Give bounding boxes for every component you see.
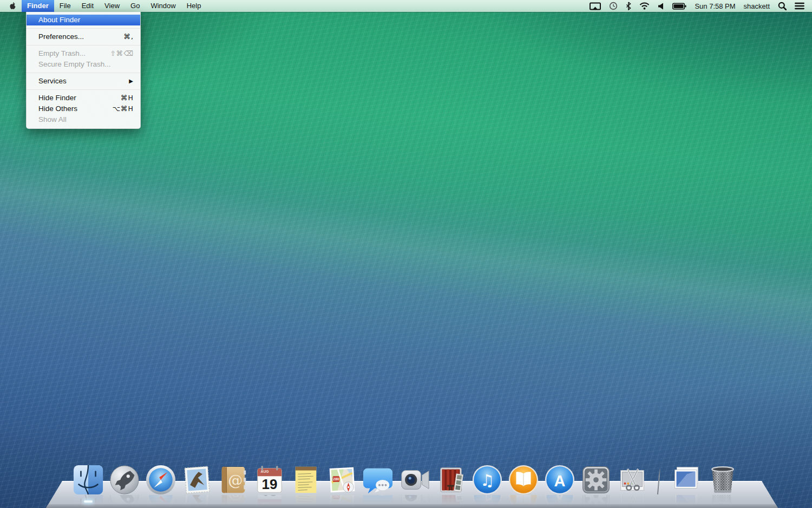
dock-finder-app[interactable]	[73, 464, 104, 496]
dock-ibooks-app[interactable]	[508, 464, 539, 496]
menu-item-label: Show All	[38, 114, 67, 125]
dock-calendar-app[interactable]: AUG19AUG19	[254, 464, 285, 496]
menubar-username[interactable]: shackett	[744, 2, 770, 10]
safari-icon	[145, 464, 176, 496]
menu-separator	[27, 28, 140, 29]
svg-text:280: 280	[333, 477, 339, 481]
dock: @@AUG19AUG19280280♫♫AA	[0, 464, 812, 496]
menu-item-label: Preferences...	[38, 31, 84, 42]
menu-item-shortcut: ⇧⌘⌫	[110, 48, 134, 59]
battery-icon[interactable]	[672, 3, 686, 10]
dock-maps-app[interactable]: 280280	[326, 464, 358, 496]
menu-item-secure-empty-trash: Secure Empty Trash...	[27, 59, 140, 70]
menu-item-shortcut: ⌘H	[121, 93, 134, 103]
menu-item-shortcut: ⌥⌘H	[113, 103, 134, 114]
photo-booth-icon	[435, 464, 467, 496]
grab-icon	[617, 464, 648, 496]
contacts-icon: @	[218, 464, 249, 496]
messages-icon	[363, 464, 394, 496]
trash-icon	[706, 464, 739, 494]
menu-item-about-finder[interactable]: About Finder	[27, 15, 140, 25]
dock-separator[interactable]	[653, 467, 665, 496]
finder-icon	[73, 464, 104, 496]
dock-screenshots-stack-app[interactable]	[670, 464, 701, 496]
submenu-arrow-icon: ▶	[129, 76, 134, 87]
ibooks-icon	[508, 464, 539, 496]
menu-item-label: Hide Others	[38, 103, 77, 114]
menubar-clock[interactable]: Sun 7:58 PM	[695, 2, 735, 10]
svg-text:A: A	[554, 472, 566, 490]
menu-bar: FinderFileEditViewGoWindowHelp Sun 7:58 …	[0, 0, 812, 12]
menu-item-hide-others[interactable]: Hide Others⌥⌘H	[27, 103, 140, 114]
mail-icon	[181, 464, 213, 496]
apple-icon	[9, 2, 16, 10]
system-preferences-icon	[580, 464, 612, 496]
wifi-icon[interactable]	[639, 2, 650, 10]
dock-itunes-app[interactable]: ♫♫	[472, 464, 503, 496]
dock-contacts-app[interactable]: @@	[218, 464, 249, 496]
dock-trash[interactable]	[706, 464, 739, 496]
dock-system-preferences-app[interactable]	[580, 464, 612, 496]
menubar-menu-file[interactable]: File	[54, 0, 76, 12]
menubar-menu-help[interactable]: Help	[181, 0, 207, 12]
dock-mail-app[interactable]	[181, 464, 213, 496]
dock-photo-booth-app[interactable]	[435, 464, 467, 496]
dock-grab-app[interactable]	[617, 464, 648, 496]
menu-separator	[27, 73, 140, 73]
menu-item-label: Hide Finder	[38, 93, 76, 103]
dock-facetime-app[interactable]	[399, 464, 430, 496]
app-store-icon: A	[544, 464, 575, 496]
menu-item-show-all: Show All	[27, 114, 140, 125]
menubar-menu-window[interactable]: Window	[145, 0, 181, 12]
svg-text:19: 19	[261, 476, 277, 492]
menu-separator	[27, 45, 140, 45]
itunes-icon: ♫	[472, 464, 503, 496]
calendar-icon: AUG19	[254, 464, 285, 496]
spotlight-icon[interactable]	[778, 2, 787, 10]
maps-icon: 280	[326, 464, 358, 496]
menubar-menu-view[interactable]: View	[99, 0, 125, 12]
facetime-icon	[399, 464, 430, 496]
menubar-menu-finder[interactable]: Finder	[22, 0, 54, 12]
launchpad-icon	[109, 464, 140, 496]
bluetooth-icon[interactable]	[626, 2, 631, 10]
notes-icon	[290, 464, 322, 496]
menu-item-hide-finder[interactable]: Hide Finder⌘H	[27, 93, 140, 103]
time-machine-icon[interactable]	[609, 2, 618, 10]
dock-safari-app[interactable]	[145, 464, 176, 496]
notification-center-icon[interactable]	[795, 2, 804, 10]
display-icon[interactable]	[590, 2, 601, 10]
menu-item-label: Services	[38, 76, 67, 87]
menu-separator	[27, 89, 140, 90]
menu-item-preferences[interactable]: Preferences...⌘,	[27, 31, 140, 42]
dock-app-store-app[interactable]: AA	[544, 464, 575, 496]
screenshots-stack-icon	[670, 464, 701, 496]
menu-item-label: About Finder	[38, 15, 80, 25]
dock-notes-app[interactable]	[290, 464, 322, 496]
dock-separator-line	[657, 468, 660, 494]
running-indicator	[84, 500, 93, 503]
svg-text:@: @	[228, 472, 243, 489]
volume-icon[interactable]	[658, 3, 664, 10]
menubar-menu-go[interactable]: Go	[125, 0, 145, 12]
menubar-menu-edit[interactable]: Edit	[76, 0, 99, 12]
menu-item-label: Secure Empty Trash...	[38, 59, 111, 70]
finder-menu: About FinderPreferences...⌘,Empty Trash.…	[26, 12, 141, 129]
apple-menu[interactable]	[3, 2, 22, 10]
dock-messages-app[interactable]	[363, 464, 394, 496]
menu-item-services[interactable]: Services▶	[27, 76, 140, 87]
menu-item-label: Empty Trash...	[38, 48, 86, 59]
menu-item-shortcut: ⌘,	[124, 31, 134, 42]
menu-item-empty-trash: Empty Trash...⇧⌘⌫	[27, 48, 140, 59]
svg-text:♫: ♫	[480, 471, 494, 490]
dock-launchpad-app[interactable]	[109, 464, 140, 496]
